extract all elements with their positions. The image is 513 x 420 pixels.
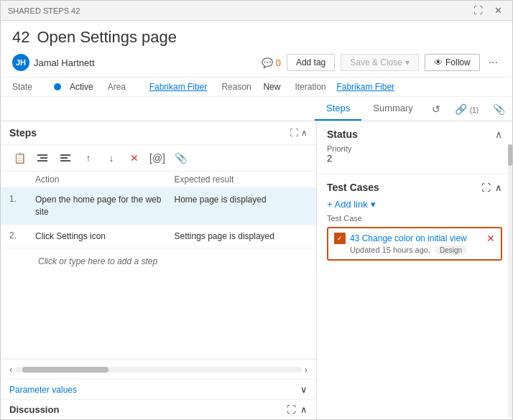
add-link-button[interactable]: + Add link ▾ — [327, 199, 376, 210]
state-value[interactable]: Active — [70, 82, 93, 92]
indent-button[interactable] — [32, 148, 52, 168]
param-expand-icon[interactable]: ∨ — [300, 384, 308, 395]
discussion-label: Discussion — [9, 404, 59, 415]
step-1-num: 1. — [9, 194, 29, 204]
move-up-button[interactable]: ↑ — [78, 148, 98, 168]
more-button[interactable]: ··· — [486, 55, 501, 70]
reason-label: Reason — [221, 82, 257, 92]
col-expected-header: Expected result — [175, 174, 308, 185]
scroll-right-button[interactable]: › — [305, 364, 308, 375]
header: 42 Open Settings page JH Jamal Hartnett … — [1, 21, 512, 78]
comment-count: 0 — [276, 57, 281, 68]
priority-value[interactable]: 2 — [327, 153, 502, 164]
work-item-id: 42 — [12, 28, 29, 47]
step-row[interactable]: 1. Open the home page for the web site H… — [1, 188, 316, 225]
insert-shared-steps-button[interactable]: 📋 — [9, 148, 29, 168]
maximize-button[interactable]: ⛶ — [471, 4, 486, 17]
test-case-tag: Design — [435, 246, 466, 255]
assignee-name: Jamal Hartnett — [34, 57, 95, 68]
bottom-area: ‹ › Parameter values ∨ Discussion — [1, 358, 316, 419]
insert-param-button[interactable]: [@] — [147, 148, 167, 168]
more-icon: ··· — [489, 56, 498, 68]
horizontal-scrollbar[interactable]: ‹ › — [1, 359, 316, 379]
tab-attachments[interactable]: 📎 — [486, 98, 512, 121]
title-bar: SHARED STEPS 42 ⛶ ✕ — [1, 1, 512, 21]
step-2-num: 2. — [9, 230, 29, 241]
title-bar-label: SHARED STEPS 42 — [8, 6, 80, 15]
attach-button[interactable]: 📎 — [170, 148, 190, 168]
avatar: JH — [12, 54, 29, 71]
add-tag-button[interactable]: Add tag — [287, 54, 335, 71]
priority-field: Priority 2 — [327, 144, 502, 164]
test-cases-header: Test Cases ⛶ ∧ — [327, 182, 502, 193]
move-down-button[interactable]: ↓ — [101, 148, 121, 168]
save-close-dropdown-icon[interactable]: ▾ — [405, 57, 410, 67]
add-tag-label: Add tag — [296, 57, 325, 67]
state-label: State — [12, 82, 48, 92]
steps-panel-icons: ⛶ ∧ — [290, 128, 308, 138]
discussion-controls: ⛶ ∧ — [287, 404, 308, 415]
toolbar: JH Jamal Hartnett 💬 0 Add tag Save & Clo… — [12, 54, 501, 71]
test-case-type-icon: ✓ — [334, 233, 346, 244]
steps-panel-header: Steps ⛶ ∧ — [1, 121, 316, 145]
discussion-row: Discussion ⛶ ∧ — [1, 399, 316, 419]
area-label: Area — [108, 82, 144, 92]
test-case-updated: Updated 15 hours ago, — [350, 246, 430, 254]
follow-button[interactable]: 👁 Follow — [425, 54, 480, 71]
follow-label: Follow — [445, 57, 471, 67]
status-section: Status ∧ Priority 2 — [317, 121, 512, 174]
col-action-header: Action — [35, 174, 169, 185]
iteration-value[interactable]: Fabrikam Fiber — [336, 82, 394, 92]
test-case-id: 43 — [350, 233, 359, 243]
steps-collapse-icon[interactable]: ∧ — [301, 128, 308, 138]
scroll-left-button[interactable]: ‹ — [9, 364, 12, 375]
step-row[interactable]: 2. Click Settings icon Settings page is … — [1, 225, 316, 249]
tab-summary[interactable]: Summary — [361, 97, 425, 121]
priority-label: Priority — [327, 144, 502, 153]
test-case-remove-button[interactable]: ✕ — [486, 233, 495, 244]
delete-button[interactable]: ✕ — [124, 148, 144, 168]
work-item-title: 42 Open Settings page — [12, 28, 501, 47]
tab-links[interactable]: 🔗 (1) — [448, 98, 486, 121]
test-cases-icons: ⛶ ∧ — [481, 182, 502, 193]
assignee-field[interactable]: JH Jamal Hartnett — [12, 54, 95, 71]
test-case-row1: ✓ 43 Change color on initial view ✕ — [334, 233, 495, 244]
comment-icon: 💬 — [262, 57, 273, 68]
svg-rect-2 — [37, 160, 47, 162]
svg-rect-5 — [60, 160, 70, 162]
tab-history[interactable]: ↺ — [425, 98, 448, 121]
discussion-expand-icon[interactable]: ⛶ — [287, 404, 296, 415]
status-collapse-icon[interactable]: ∧ — [495, 129, 502, 140]
reason-value[interactable]: New — [263, 82, 280, 92]
step-2-action[interactable]: Click Settings icon — [35, 230, 169, 243]
comment-button[interactable]: 💬 0 — [262, 57, 281, 68]
vertical-scrollbar[interactable] — [508, 144, 512, 417]
follow-icon: 👁 — [434, 57, 443, 67]
close-button[interactable]: ✕ — [491, 4, 505, 17]
test-cases-collapse-icon[interactable]: ∧ — [495, 182, 502, 193]
state-field-group: State Active — [12, 82, 93, 92]
test-case-item[interactable]: ✓ 43 Change color on initial view ✕ Upda… — [327, 227, 502, 261]
steps-toolbar: 📋 ↑ ↓ ✕ [@] 📎 — [1, 145, 316, 172]
right-panel: Status ∧ Priority 2 Test Cases ⛶ ∧ — [317, 121, 512, 419]
steps-expand-icon[interactable]: ⛶ — [290, 128, 298, 138]
discussion-collapse-icon[interactable]: ∧ — [300, 404, 308, 415]
test-cases-expand-icon[interactable]: ⛶ — [481, 182, 491, 193]
step-2-expected[interactable]: Settings page is displayed — [175, 230, 308, 243]
area-value[interactable]: Fabrikam Fiber — [149, 82, 208, 92]
work-item-name: Open Settings page — [37, 28, 176, 47]
add-step-area[interactable]: Click or type here to add a step — [1, 248, 316, 274]
add-step-placeholder[interactable]: Click or type here to add a step — [38, 256, 157, 266]
test-case-link[interactable]: 43 Change color on initial view — [350, 233, 482, 243]
parameter-values-row[interactable]: Parameter values ∨ — [1, 379, 316, 399]
outdent-button[interactable] — [55, 148, 75, 168]
steps-panel-title: Steps — [9, 127, 37, 139]
save-close-button[interactable]: Save & Close ▾ — [341, 54, 419, 71]
scroll-arrows: ‹ › — [9, 364, 308, 375]
state-dot — [54, 83, 61, 90]
step-1-action[interactable]: Open the home page for the web site — [35, 194, 169, 218]
step-1-expected[interactable]: Home page is displayed — [175, 194, 308, 206]
main-window: SHARED STEPS 42 ⛶ ✕ 42 Open Settings pag… — [0, 0, 513, 420]
tab-steps[interactable]: Steps — [315, 97, 361, 121]
test-cases-section: Test Cases ⛶ ∧ + Add link ▾ Test Case ✓ — [317, 174, 512, 268]
